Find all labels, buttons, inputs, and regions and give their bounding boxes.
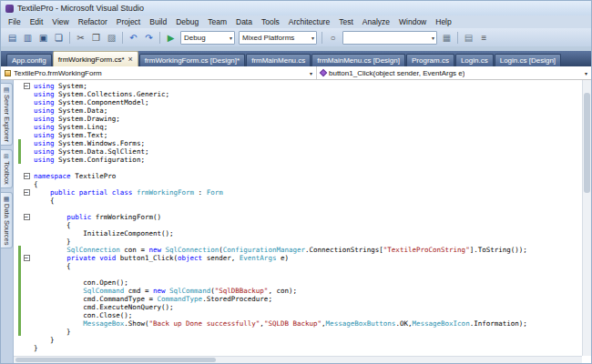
toolbar-separator [122, 32, 123, 44]
change-tracking-bar [18, 221, 21, 229]
menu-item-refactor[interactable]: Refactor [74, 16, 112, 27]
main-area: ▤Server Explorer⊞Toolbox▦Data Sources −u… [1, 80, 591, 363]
title-bar[interactable]: TextilePro - Microsoft Visual Studio [1, 1, 591, 15]
menu-item-window[interactable]: Window [394, 16, 431, 27]
solution-platform-combo[interactable]: Mixed Platforms▾ [239, 31, 317, 45]
open-file-icon[interactable]: ▥ [20, 30, 36, 45]
find-icon[interactable]: ○ [325, 30, 341, 45]
find-combo[interactable]: ▾ [342, 31, 437, 45]
code-line-15: { [14, 197, 582, 205]
window-title: TextilePro - Microsoft Visual Studio [17, 4, 144, 13]
menu-item-project[interactable]: Project [112, 16, 145, 27]
side-tab-strip: ▤Server Explorer⊞Toolbox▦Data Sources [1, 80, 14, 363]
code-token [34, 246, 66, 254]
menu-item-test[interactable]: Test [334, 16, 358, 27]
fold-toggle-icon[interactable]: − [24, 189, 30, 196]
code-text: MessageBox.Show("Back up Done successful… [32, 319, 527, 328]
tab-login-cs[interactable]: Login.cs [455, 54, 494, 66]
code-token: System.Text; [55, 131, 108, 139]
side-tab-data-sources[interactable]: ▦Data Sources [1, 192, 13, 248]
copy-icon[interactable]: ❐ [88, 30, 104, 45]
change-tracking-bar [18, 139, 21, 147]
menu-item-debug[interactable]: Debug [171, 16, 203, 27]
properties-window-icon[interactable]: ≡ [476, 30, 492, 45]
side-tab-label: Toolbox [3, 161, 11, 185]
tab-frmworkingform-cs[interactable]: frmWorkingForm.cs*× [53, 51, 138, 66]
type-selector-dropdown[interactable]: TextilePro.frmWorkingForm ▾ [1, 66, 317, 79]
menu-item-analyze[interactable]: Analyze [358, 16, 394, 27]
close-tab-icon[interactable]: × [128, 56, 133, 63]
code-text: using System; [32, 82, 87, 90]
change-tracking-bar [18, 295, 21, 303]
vertical-scrollbar[interactable] [582, 80, 591, 356]
code-token: .StoredProcedure; [202, 295, 272, 303]
find-in-files-icon[interactable]: ▦ [439, 30, 454, 45]
menu-item-help[interactable]: Help [431, 16, 455, 27]
code-text: using System.Data; [32, 106, 107, 115]
menu-item-tools[interactable]: Tools [257, 16, 284, 27]
code-line-4: using System.Data; [14, 106, 582, 115]
tab-frmmainmenu-cs-design[interactable]: frmMainMenu.cs [Design] [311, 54, 405, 66]
start-debugging-icon[interactable]: ▶ [163, 30, 179, 45]
type-selector-label: TextilePro.frmWorkingForm [14, 69, 102, 77]
save-all-icon[interactable]: ❏ [51, 30, 66, 45]
solution-explorer-icon[interactable]: ▤ [461, 30, 476, 45]
menu-item-file[interactable]: File [4, 16, 26, 27]
cut-icon[interactable]: ✂ [73, 30, 88, 45]
paste-icon[interactable]: ▨ [104, 30, 119, 45]
horizontal-scrollbar-thumb[interactable] [15, 358, 216, 362]
change-tracking-bar [18, 328, 21, 336]
code-text: using System.ComponentModel; [32, 98, 148, 106]
menu-item-view[interactable]: View [47, 16, 73, 27]
code-token: "Back up Done successfully" [148, 319, 260, 328]
menu-item-edit[interactable]: Edit [26, 16, 48, 27]
code-line-31: } [14, 328, 582, 336]
code-token: private [66, 254, 96, 262]
code-text: InitializeComponent(); [32, 229, 174, 238]
redo-icon[interactable]: ↷ [141, 30, 157, 45]
code-line-11 [14, 164, 582, 172]
code-line-13: { [14, 180, 582, 188]
tab-label: frmWorkingForm.cs* [58, 56, 125, 64]
tab-app-config[interactable]: App.config [6, 54, 52, 66]
fold-toggle-icon[interactable]: − [24, 214, 30, 220]
member-selector-label: button1_Click(object sender, EventArgs e… [329, 69, 464, 77]
member-selector-dropdown[interactable]: button1_Click(object sender, EventArgs e… [317, 66, 591, 79]
tab-frmworkingform-cs-design[interactable]: frmWorkingForm.cs [Design]* [139, 54, 245, 66]
menu-item-team[interactable]: Team [203, 16, 231, 27]
code-lines: −using System;using System.Collections.G… [14, 82, 582, 356]
chevron-down-icon: ▾ [230, 35, 232, 41]
menu-item-build[interactable]: Build [145, 16, 171, 27]
side-tab-server-explorer[interactable]: ▤Server Explorer [1, 83, 13, 146]
add-item-icon[interactable]: ▤ [5, 30, 20, 45]
code-text: } [32, 238, 71, 246]
fold-toggle-icon[interactable]: − [24, 173, 30, 179]
tab-login-cs-design[interactable]: Login.cs [Design] [495, 54, 561, 66]
side-tab-toolbox[interactable]: ⊞Toolbox [1, 149, 13, 188]
fold-toggle-icon[interactable]: − [24, 83, 30, 89]
menu-item-data[interactable]: Data [231, 16, 257, 27]
fold-toggle-icon[interactable]: − [24, 255, 30, 261]
code-token: using [34, 106, 55, 115]
code-token: using [34, 123, 55, 131]
undo-icon[interactable]: ↶ [126, 30, 141, 45]
code-token: using [34, 147, 55, 156]
code-line-26: SqlCommand cmd = new SqlCommand("SqlDBBa… [14, 287, 582, 295]
code-token: SqlCommand [169, 287, 210, 295]
solution-configuration-combo-value: Debug [184, 34, 228, 42]
code-token: con.Close(); [34, 311, 132, 319]
code-token: MessageBoxIcon [412, 319, 469, 328]
tab-program-cs[interactable]: Program.cs [406, 54, 454, 66]
tab-label: frmMainMenu.cs [Design] [317, 56, 400, 65]
code-editor[interactable]: −using System;using System.Collections.G… [14, 80, 591, 363]
tab-frmmainmenu-cs[interactable]: frmMainMenu.cs [246, 54, 311, 66]
code-token: System; [55, 82, 87, 90]
code-line-10: using System.Configuration; [14, 156, 582, 164]
save-icon[interactable]: ▣ [36, 30, 51, 45]
vertical-scrollbar-thumb[interactable] [584, 93, 590, 193]
change-tracking-bar [18, 344, 21, 352]
menu-item-architecture[interactable]: Architecture [284, 16, 334, 27]
code-line-8: using System.Windows.Forms; [14, 139, 582, 147]
horizontal-scrollbar[interactable] [14, 356, 582, 363]
solution-configuration-combo[interactable]: Debug▾ [180, 31, 235, 45]
